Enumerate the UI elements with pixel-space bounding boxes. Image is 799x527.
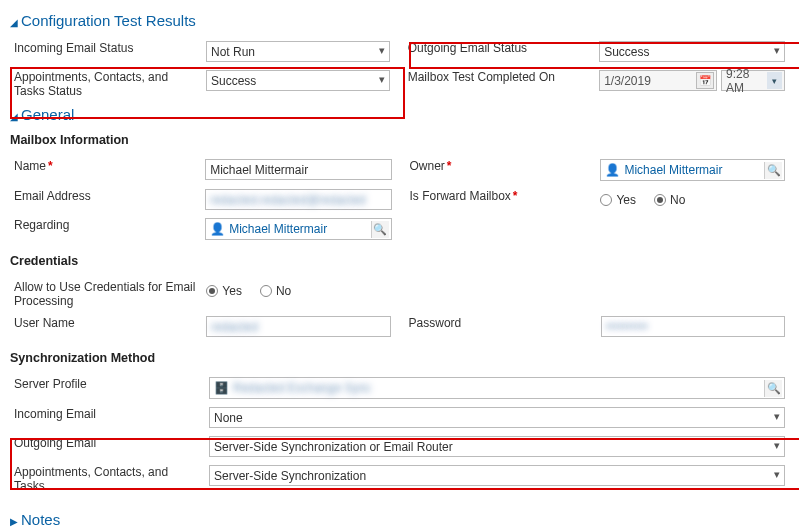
allow-no-radio[interactable]: No: [260, 284, 291, 298]
forward-yes-radio[interactable]: Yes: [600, 193, 636, 207]
outgoing-email-label: Outgoing Email: [10, 432, 205, 461]
required-icon: *: [46, 159, 53, 173]
name-input[interactable]: Michael Mittermair: [205, 159, 391, 180]
username-input[interactable]: redacted: [206, 316, 390, 337]
allow-creds-radio-group: Yes No: [206, 280, 390, 301]
section-title: Notes: [21, 511, 60, 527]
owner-lookup[interactable]: 👤 Michael Mittermair 🔍: [600, 159, 785, 181]
username-label: User Name: [10, 312, 202, 341]
regarding-lookup[interactable]: 👤 Michael Mittermair 🔍: [205, 218, 391, 240]
section-notes[interactable]: ▶Notes: [10, 511, 789, 527]
allow-creds-label: Allow to Use Credentials for Email Proce…: [10, 276, 202, 312]
forward-label: Is Forward Mailbox: [409, 189, 510, 203]
incoming-email-dropdown[interactable]: None: [209, 407, 785, 428]
forward-radio-group: Yes No: [600, 189, 785, 210]
email-address-label: Email Address: [10, 185, 201, 214]
password-label: Password: [405, 312, 597, 341]
regarding-label: Regarding: [10, 214, 201, 244]
incoming-email-label: Incoming Email: [10, 403, 205, 432]
appt-sync-label: Appointments, Contacts, and Tasks: [10, 461, 205, 497]
search-icon[interactable]: 🔍: [764, 162, 782, 179]
person-icon: 👤: [605, 163, 619, 177]
collapse-icon: ◢: [10, 111, 18, 122]
incoming-email-status-label: Incoming Email Status: [10, 37, 202, 66]
server-profile-label: Server Profile: [10, 373, 205, 403]
search-icon[interactable]: 🔍: [371, 221, 389, 238]
search-icon[interactable]: 🔍: [764, 380, 782, 397]
section-general[interactable]: ◢General: [10, 106, 789, 123]
required-icon: *: [445, 159, 452, 173]
appt-status-dropdown[interactable]: Success: [206, 70, 390, 91]
credentials-head: Credentials: [10, 254, 789, 268]
sync-method-table: Server Profile 🗄️ Redacted Exchange Sync…: [10, 373, 789, 497]
section-title: Configuration Test Results: [21, 12, 196, 29]
mailbox-info-head: Mailbox Information: [10, 133, 789, 147]
section-config-results[interactable]: ◢Configuration Test Results: [10, 12, 789, 29]
appt-sync-dropdown[interactable]: Server-Side Synchronization: [209, 465, 785, 486]
forward-no-radio[interactable]: No: [654, 193, 685, 207]
config-results-table: Incoming Email Status Not Run Outgoing E…: [10, 37, 789, 102]
password-input[interactable]: ••••••••••: [601, 316, 785, 337]
email-address-input[interactable]: redacted.redacted@redacted: [205, 189, 391, 210]
person-icon: 👤: [210, 222, 224, 236]
credentials-table: Allow to Use Credentials for Email Proce…: [10, 276, 789, 341]
calendar-icon[interactable]: 📅: [696, 72, 714, 89]
required-icon: *: [511, 189, 518, 203]
chevron-down-icon[interactable]: ▾: [767, 72, 782, 89]
completed-on-label: Mailbox Test Completed On: [404, 66, 595, 102]
server-profile-lookup[interactable]: 🗄️ Redacted Exchange Sync 🔍: [209, 377, 785, 399]
collapse-icon: ◢: [10, 17, 18, 28]
name-label: Name: [14, 159, 46, 173]
owner-label: Owner: [409, 159, 444, 173]
incoming-email-status-dropdown[interactable]: Not Run: [206, 41, 390, 62]
sync-method-head: Synchronization Method: [10, 351, 789, 365]
completed-time-input[interactable]: 9:28 AM ▾: [721, 70, 785, 91]
mailbox-info-table: Name* Michael Mittermair Owner* 👤 Michae…: [10, 155, 789, 244]
completed-date-input[interactable]: 1/3/2019 📅: [599, 70, 717, 91]
server-icon: 🗄️: [214, 381, 228, 395]
appt-status-label: Appointments, Contacts, and Tasks Status: [10, 66, 202, 102]
outgoing-email-status-dropdown[interactable]: Success: [599, 41, 785, 62]
outgoing-email-status-label: Outgoing Email Status: [404, 37, 595, 66]
outgoing-email-dropdown[interactable]: Server-Side Synchronization or Email Rou…: [209, 436, 785, 457]
allow-yes-radio[interactable]: Yes: [206, 284, 242, 298]
section-title: General: [21, 106, 74, 123]
expand-icon: ▶: [10, 516, 18, 527]
